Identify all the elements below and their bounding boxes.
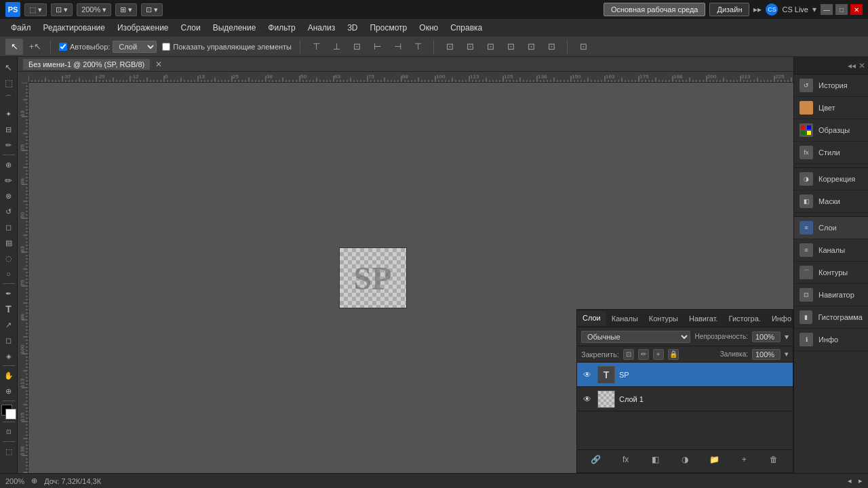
layer-delete-btn[interactable]: 🗑 xyxy=(767,453,781,466)
layer-adjust-btn[interactable]: ◑ xyxy=(678,453,692,466)
align-hcenter-btn[interactable]: ⊣ xyxy=(390,39,405,54)
menu-edit[interactable]: Редактирование xyxy=(38,21,111,35)
status-nav-left[interactable]: ◂ xyxy=(848,476,852,485)
layer-new-btn[interactable]: + xyxy=(737,453,751,466)
panel-swatches[interactable]: Образцы xyxy=(794,119,868,142)
maximize-btn[interactable]: □ xyxy=(835,4,848,15)
extras-btn[interactable]: ⊡ ▾ xyxy=(51,3,73,16)
layer-item-sp[interactable]: 👁 T SP xyxy=(577,363,793,387)
close-btn[interactable]: ✕ xyxy=(850,4,863,15)
panel-collapse-icon[interactable]: ◂◂ xyxy=(848,61,856,70)
text-tool[interactable]: T xyxy=(1,302,16,317)
fill-arrow[interactable]: ▾ xyxy=(785,350,789,359)
marquee-rect-tool[interactable]: ⬚ xyxy=(1,75,16,90)
status-zoom-icon[interactable]: ⊕ xyxy=(31,476,37,485)
minimize-btn[interactable]: — xyxy=(821,4,833,15)
quick-select-tool[interactable]: ✦ xyxy=(1,106,16,121)
move-tool[interactable]: ↖ xyxy=(1,60,16,75)
menu-help[interactable]: Справка xyxy=(445,21,488,35)
autoselect-checkbox[interactable] xyxy=(59,43,67,51)
distribute-btn1[interactable]: ⊡ xyxy=(442,39,457,54)
cs-live-chevron[interactable]: ▾ xyxy=(812,5,816,14)
layer-item-layer1[interactable]: 👁 Слой 1 xyxy=(577,387,793,411)
workspace-more-icon[interactable]: ▸▸ xyxy=(753,5,762,14)
layer-folder-btn[interactable]: 📁 xyxy=(708,453,722,466)
cs-live-label[interactable]: CS Live xyxy=(782,5,808,14)
layer-visibility-layer1[interactable]: 👁 xyxy=(581,393,593,405)
layers-tab-channels[interactable]: Каналы xyxy=(606,312,644,325)
distribute-btn3[interactable]: ⊡ xyxy=(483,39,498,54)
blur-tool[interactable]: ◌ xyxy=(1,251,16,266)
layer-mask-btn[interactable]: ◧ xyxy=(648,453,662,466)
brush-tool[interactable]: ✏ xyxy=(1,173,16,188)
distribute-btn2[interactable]: ⊡ xyxy=(462,39,477,54)
align-bottom-btn[interactable]: ⊡ xyxy=(349,39,364,54)
menu-file[interactable]: Файл xyxy=(5,21,37,35)
layer-visibility-sp[interactable]: 👁 xyxy=(581,369,593,381)
canvas-tab-title[interactable]: Без имени-1 @ 200% (SP, RGB/8) xyxy=(23,59,150,70)
panel-close-icon[interactable]: ✕ xyxy=(859,61,865,70)
layer-link-btn[interactable]: 🔗 xyxy=(589,453,603,466)
panel-channels[interactable]: ≡ Каналы xyxy=(794,239,868,262)
menu-3d[interactable]: 3D xyxy=(342,21,363,35)
panel-history[interactable]: ↺ История xyxy=(794,75,868,97)
panel-layers[interactable]: ≡ Слои xyxy=(794,217,868,239)
auto-align-btn[interactable]: ⊡ xyxy=(576,39,591,54)
status-nav-right[interactable]: ▸ xyxy=(859,476,863,485)
align-left-btn[interactable]: ⊢ xyxy=(370,39,384,54)
distribute-btn6[interactable]: ⊡ xyxy=(544,39,559,54)
workspace-main-btn[interactable]: Основная рабочая среда xyxy=(604,3,706,16)
panel-histogram[interactable]: ▮ Гистограмма xyxy=(794,306,868,329)
panel-info[interactable]: ℹ Инфо xyxy=(794,329,868,351)
arrange-btn[interactable]: ⊞ ▾ xyxy=(115,3,137,16)
dodge-tool[interactable]: ○ xyxy=(1,266,16,281)
extras2-btn[interactable]: ⊡ ▾ xyxy=(141,3,163,16)
layers-tab-histogram[interactable]: Гистогра. xyxy=(724,312,766,325)
layers-list[interactable]: 👁 T SP 👁 Слой 1 xyxy=(577,363,793,449)
align-right-btn[interactable]: ⊤ xyxy=(410,39,425,54)
eyedropper-tool[interactable]: ✏ xyxy=(1,138,16,152)
3d-tool[interactable]: ◈ xyxy=(1,348,16,363)
autoselect-select[interactable]: Слой Группа xyxy=(113,41,157,53)
crop-tool[interactable]: ⊟ xyxy=(1,122,16,137)
healing-brush-tool[interactable]: ⊕ xyxy=(1,157,16,172)
layers-tab-info[interactable]: Инфо xyxy=(766,312,793,325)
screen-mode-tool[interactable]: ⬚ xyxy=(1,444,16,459)
menu-view[interactable]: Просмотр xyxy=(364,21,412,35)
status-doc-info[interactable]: Доч: 7,32К/14,3К xyxy=(44,477,101,485)
canvas-tab-close[interactable]: ✕ xyxy=(155,60,162,69)
show-controls-checkbox[interactable] xyxy=(162,43,170,51)
history-brush-tool[interactable]: ↺ xyxy=(1,204,16,219)
align-tool[interactable]: +↖ xyxy=(28,39,42,55)
align-vcenter-btn[interactable]: ⊥ xyxy=(329,39,344,54)
panel-navigator[interactable]: ⊡ Навигатор xyxy=(794,284,868,306)
lock-brush-btn[interactable]: ✏ xyxy=(638,349,649,360)
shape-tool[interactable]: ◻ xyxy=(1,333,16,348)
hand-tool[interactable]: ✋ xyxy=(1,368,16,383)
opacity-input[interactable] xyxy=(752,331,781,342)
stamp-tool[interactable]: ⊗ xyxy=(1,188,16,203)
lasso-tool[interactable]: ⌒ xyxy=(1,91,16,106)
quick-mask-btn[interactable]: ⊡ xyxy=(1,424,16,439)
menu-select[interactable]: Выделение xyxy=(208,21,262,35)
layers-tab-paths[interactable]: Контуры xyxy=(644,312,684,325)
path-selection-tool[interactable]: ↗ xyxy=(1,317,16,332)
align-top-btn[interactable]: ⊤ xyxy=(309,39,323,54)
menu-layers[interactable]: Слои xyxy=(176,21,206,35)
fill-input[interactable] xyxy=(752,349,781,360)
panel-correction[interactable]: ◑ Коррекция xyxy=(794,168,868,190)
layer-fx-btn[interactable]: fx xyxy=(619,453,633,466)
blend-mode-select[interactable]: Обычные xyxy=(581,331,690,343)
menu-filter[interactable]: Фильтр xyxy=(262,21,300,35)
lock-transparent-btn[interactable]: ⊡ xyxy=(623,349,634,360)
menu-image[interactable]: Изображение xyxy=(112,21,174,35)
distribute-btn5[interactable]: ⊡ xyxy=(524,39,538,54)
eraser-tool[interactable]: ◻ xyxy=(1,220,16,235)
gradient-tool[interactable]: ▤ xyxy=(1,235,16,250)
distribute-btn4[interactable]: ⊡ xyxy=(503,39,518,54)
panel-paths[interactable]: ⌒ Контуры xyxy=(794,262,868,284)
move-tool-options[interactable]: ↖ xyxy=(5,39,23,55)
menu-window[interactable]: Окно xyxy=(414,21,443,35)
zoom-tool[interactable]: ⊕ xyxy=(1,384,16,399)
panel-masks[interactable]: ◧ Маски xyxy=(794,190,868,213)
